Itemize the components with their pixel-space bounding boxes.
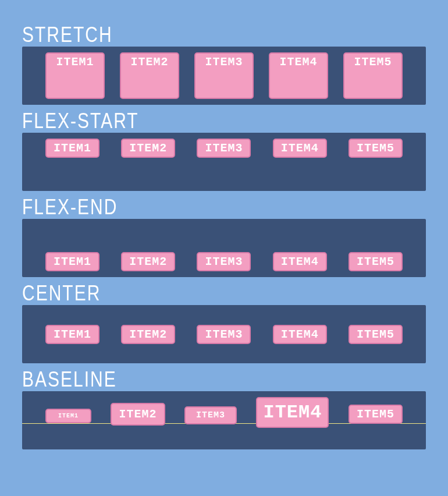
title-baseline: baseline — [22, 368, 426, 392]
section-flex-end: flex-end ITEM1 ITEM2 ITEM3 ITEM4 ITEM5 — [22, 196, 426, 277]
flex-item: ITEM1 — [45, 139, 99, 158]
container-flex-end: ITEM1 ITEM2 ITEM3 ITEM4 ITEM5 — [22, 219, 426, 277]
flex-item: ITEM2 — [121, 139, 175, 158]
flex-item: ITEM2 — [111, 403, 165, 426]
container-baseline: ITEM1 ITEM2 ITEM3 ITEM4 ITEM5 — [22, 391, 426, 449]
section-baseline: baseline ITEM1 ITEM2 ITEM3 ITEM4 ITEM5 — [22, 368, 426, 449]
container-center: ITEM1 ITEM2 ITEM3 ITEM4 ITEM5 — [22, 305, 426, 363]
title-stretch: stretch — [22, 23, 426, 47]
flex-item: ITEM4 — [273, 252, 327, 271]
container-stretch: ITEM1 ITEM2 ITEM3 ITEM4 ITEM5 — [22, 47, 426, 105]
flex-item: ITEM4 — [269, 52, 328, 99]
flex-item: ITEM5 — [343, 52, 403, 99]
section-center: center ITEM1 ITEM2 ITEM3 ITEM4 ITEM5 — [22, 282, 426, 363]
flex-item: ITEM3 — [184, 406, 237, 424]
flex-item: ITEM3 — [197, 252, 251, 271]
flex-item: ITEM1 — [45, 325, 99, 344]
title-flex-start: flex-start — [22, 109, 426, 133]
flex-item: ITEM3 — [197, 325, 251, 344]
flex-item: ITEM4 — [256, 397, 329, 428]
flex-item: ITEM5 — [349, 405, 403, 424]
flex-item: ITEM5 — [349, 252, 403, 271]
flex-item: ITEM1 — [45, 409, 91, 423]
section-stretch: stretch ITEM1 ITEM2 ITEM3 ITEM4 ITEM5 — [22, 23, 426, 105]
flex-item: ITEM4 — [273, 325, 327, 344]
flex-item: ITEM1 — [45, 52, 105, 99]
flex-item: ITEM5 — [349, 139, 403, 158]
container-flex-start: ITEM1 ITEM2 ITEM3 ITEM4 ITEM5 — [22, 133, 426, 191]
title-flex-end: flex-end — [22, 196, 426, 219]
flex-item: ITEM3 — [197, 139, 251, 158]
flex-item: ITEM4 — [273, 139, 327, 158]
flex-item: ITEM2 — [121, 325, 175, 344]
flex-item: ITEM5 — [349, 325, 403, 344]
flex-item: ITEM2 — [120, 52, 179, 99]
flex-item: ITEM1 — [45, 252, 99, 271]
section-flex-start: flex-start ITEM1 ITEM2 ITEM3 ITEM4 ITEM5 — [22, 109, 426, 191]
flex-item: ITEM2 — [121, 252, 175, 271]
title-center: center — [22, 282, 426, 306]
flex-item: ITEM3 — [194, 52, 254, 99]
